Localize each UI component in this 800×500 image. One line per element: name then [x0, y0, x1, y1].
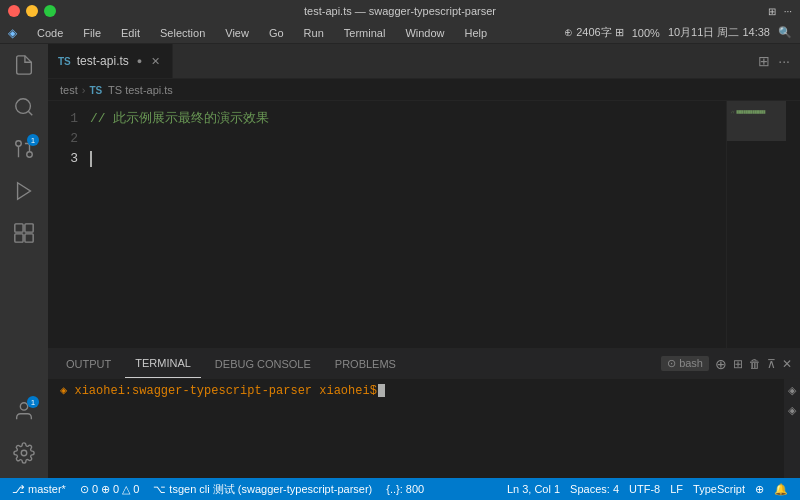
breadcrumb-folder[interactable]: test	[60, 84, 78, 96]
source-control-badge: 1	[27, 134, 39, 146]
bottom-panel: OUTPUT TERMINAL DEBUG CONSOLE PROBLEMS ⊙…	[48, 348, 800, 478]
tab-modified-dot: ●	[137, 56, 142, 66]
panel-split-icon[interactable]: ⊞	[733, 357, 743, 371]
svg-point-2	[27, 152, 33, 158]
status-tsgen[interactable]: ⌥ tsgen cli 测试 (swagger-typescript-parse…	[149, 478, 376, 500]
panel-tab-debug-console[interactable]: DEBUG CONSOLE	[205, 349, 321, 378]
split-icon[interactable]: ⊞	[768, 6, 776, 17]
activity-account[interactable]: 1	[7, 394, 41, 428]
minimize-button[interactable]	[26, 5, 38, 17]
panel-close-icon[interactable]: ✕	[782, 357, 792, 371]
system-icon-2: 100%	[632, 27, 660, 39]
error-count: 0	[92, 483, 98, 495]
status-feedback[interactable]: ⊕	[751, 483, 768, 496]
menu-right-area: ⊕ 2406字 ⊞ 100% 10月11日 周二 14:38 🔍	[564, 25, 792, 40]
text-cursor	[90, 151, 92, 167]
svg-rect-7	[25, 224, 33, 232]
activity-debug[interactable]	[7, 174, 41, 208]
window-title: test-api.ts — swagger-typescript-parser	[304, 5, 496, 17]
split-editor-icon[interactable]: ⊞	[756, 51, 772, 71]
status-language[interactable]: TypeScript	[689, 483, 749, 495]
tab-bar: TS test-api.ts ● ✕ ⊞ ···	[48, 44, 800, 79]
app-logo: ◈	[8, 26, 17, 40]
activity-extensions[interactable]	[7, 216, 41, 250]
menu-run[interactable]: Run	[300, 25, 328, 41]
eol-text: LF	[670, 483, 683, 495]
tsgen-label: ⌥ tsgen cli 测试 (swagger-typescript-parse…	[153, 482, 372, 497]
branch-icon: ⎇	[12, 483, 25, 496]
menu-window[interactable]: Window	[401, 25, 448, 41]
more-actions-icon[interactable]: ···	[776, 51, 792, 71]
status-coords-display[interactable]: {..}: 800	[382, 478, 428, 500]
panel-tab-output[interactable]: OUTPUT	[56, 349, 121, 378]
terminal-content[interactable]: ◈ xiaohei:swagger-typescript-parser xiao…	[48, 379, 784, 478]
tab-test-api[interactable]: TS test-api.ts ● ✕	[48, 44, 173, 78]
status-right: Ln 3, Col 1 Spaces: 4 UTF-8 LF TypeScrip…	[503, 483, 792, 496]
status-eol[interactable]: LF	[666, 483, 687, 495]
menu-help[interactable]: Help	[461, 25, 492, 41]
activity-source-control[interactable]: 1	[7, 132, 41, 166]
more-icon[interactable]: ···	[784, 6, 792, 17]
tab-close-button[interactable]: ✕	[148, 54, 162, 68]
traffic-lights	[8, 5, 56, 17]
panel-add-icon[interactable]: ⊕	[715, 356, 727, 372]
status-branch[interactable]: ⎇ master*	[8, 478, 70, 500]
minimap-slider[interactable]	[727, 101, 786, 141]
coords-value: {..}: 800	[386, 483, 424, 495]
menu-code[interactable]: Code	[33, 25, 67, 41]
status-bar: ⎇ master* ⊙ 0 ⊕ 0 △ 0 ⌥ tsgen cli 测试 (sw…	[0, 478, 800, 500]
account-badge: 1	[27, 396, 39, 408]
maximize-button[interactable]	[44, 5, 56, 17]
code-comment: // 此示例展示最终的演示效果	[90, 109, 269, 130]
status-position[interactable]: Ln 3, Col 1	[503, 483, 564, 495]
menu-terminal[interactable]: Terminal	[340, 25, 390, 41]
panel-body: ◈ xiaohei:swagger-typescript-parser xiao…	[48, 379, 800, 478]
code-content[interactable]: // 此示例展示最终的演示效果	[86, 101, 726, 348]
close-button[interactable]	[8, 5, 20, 17]
menu-go[interactable]: Go	[265, 25, 288, 41]
svg-rect-8	[15, 234, 23, 242]
status-encoding[interactable]: UTF-8	[625, 483, 664, 495]
shell-label: ⊙ bash	[661, 356, 709, 371]
activity-settings[interactable]	[7, 436, 41, 470]
right-scrollbar[interactable]	[786, 101, 800, 348]
code-editor[interactable]: 1 2 3 // 此示例展示最终的演示效果 // ███████████████…	[48, 101, 800, 348]
menu-bar: ◈ Code File Edit Selection View Go Run T…	[0, 22, 800, 44]
svg-line-1	[28, 111, 32, 115]
line-num-2: 2	[48, 129, 78, 149]
status-notification[interactable]: 🔔	[770, 483, 792, 496]
menu-view[interactable]: View	[221, 25, 253, 41]
position-text: Ln 3, Col 1	[507, 483, 560, 495]
system-icon-1: ⊕ 2406字 ⊞	[564, 25, 624, 40]
activity-bar-bottom: 1	[7, 394, 41, 478]
panel-maximize-icon[interactable]: ⊼	[767, 357, 776, 371]
status-spaces[interactable]: Spaces: 4	[566, 483, 623, 495]
tab-label: test-api.ts	[77, 54, 129, 68]
search-icon[interactable]: 🔍	[778, 26, 792, 39]
status-errors[interactable]: ⊙ 0 ⊕ 0 △ 0	[76, 478, 143, 500]
svg-point-0	[16, 99, 31, 114]
warning-icon: ⊕	[101, 483, 110, 496]
svg-point-11	[21, 450, 27, 456]
main-layout: 1 1	[0, 44, 800, 478]
title-right-icons: ⊞ ···	[768, 6, 792, 17]
feedback-icon: ⊕	[755, 483, 764, 496]
breadcrumb: test › TS TS test-api.ts	[48, 79, 800, 101]
panel-side-icon-1[interactable]: ◈	[785, 383, 799, 397]
breadcrumb-file[interactable]: TS TS test-api.ts	[89, 84, 172, 96]
ts-file-icon: TS	[58, 56, 71, 67]
panel-side-icon-2[interactable]: ◈	[785, 403, 799, 417]
panel-trash-icon[interactable]: 🗑	[749, 357, 761, 371]
panel-tab-terminal[interactable]: TERMINAL	[125, 349, 201, 378]
title-bar: test-api.ts — swagger-typescript-parser …	[0, 0, 800, 22]
activity-files[interactable]	[7, 48, 41, 82]
breadcrumb-separator: ›	[82, 84, 86, 96]
activity-search[interactable]	[7, 90, 41, 124]
panel-tab-problems[interactable]: PROBLEMS	[325, 349, 406, 378]
code-line-1: // 此示例展示最终的演示效果	[90, 109, 722, 129]
menu-file[interactable]: File	[79, 25, 105, 41]
menu-selection[interactable]: Selection	[156, 25, 209, 41]
line-numbers: 1 2 3	[48, 101, 86, 348]
svg-marker-5	[18, 183, 31, 200]
menu-edit[interactable]: Edit	[117, 25, 144, 41]
